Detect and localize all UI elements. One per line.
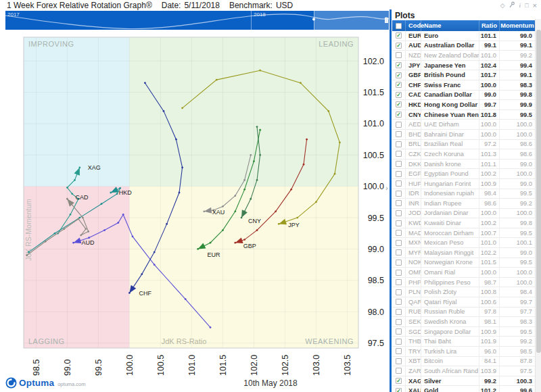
plot-row-AUD[interactable]: ✓AUDAustralian Dollar99.199.1 <box>392 41 535 51</box>
row-momentum-cell: 99.7 <box>499 297 535 307</box>
row-checkbox[interactable]: ✓ <box>396 378 402 384</box>
row-checkbox[interactable] <box>396 368 402 374</box>
diamond-icon[interactable]: ◇ <box>500 2 505 9</box>
optuma-brand-text[interactable]: Optuma <box>19 378 54 388</box>
plot-row-NOK[interactable]: NOKNorwegian Krone101.599.5 <box>392 258 535 268</box>
row-checkbox[interactable] <box>396 348 402 354</box>
header-code[interactable]: Code <box>405 20 421 31</box>
plot-row-PHP[interactable]: PHPPhilippines Peso98.7100.0 <box>392 278 535 288</box>
plot-row-HUF[interactable]: HUFHungarian Forint100.999.0 <box>392 179 535 189</box>
row-checkbox[interactable] <box>396 358 402 364</box>
plot-row-QAR[interactable]: QARQatari Riyal100.699.7 <box>392 297 535 308</box>
panel-scrollbar-thumb[interactable] <box>536 30 541 353</box>
plot-row-BRL[interactable]: BRLBrazilian Real97.298.6 <box>392 140 535 150</box>
row-checkbox[interactable] <box>396 328 402 335</box>
row-checkbox[interactable] <box>396 161 402 167</box>
row-checkbox[interactable] <box>396 131 402 137</box>
panel-divider[interactable] <box>390 9 392 392</box>
row-checkbox[interactable] <box>396 230 402 236</box>
row-checkbox[interactable] <box>396 260 402 266</box>
row-checkbox[interactable]: ✓ <box>396 92 402 98</box>
optuma-site-text[interactable]: optuma.com <box>57 381 85 387</box>
plot-row-CAD[interactable]: ✓CADCanadian Dollar99.099.8 <box>392 91 535 101</box>
header-select-all[interactable] <box>392 20 405 31</box>
plot-row-RUB[interactable]: RUBRussian Ruble97.897.7 <box>392 308 535 318</box>
plot-row-BHD[interactable]: BHDBahraini Dinar100.0100.0 <box>392 130 535 140</box>
row-checkbox[interactable] <box>396 180 402 187</box>
plot-row-XAG[interactable]: ✓XAGSilver99.2100.3 <box>392 376 535 387</box>
row-checkbox[interactable] <box>396 191 402 197</box>
row-checkbox[interactable] <box>396 52 402 58</box>
row-checkbox[interactable]: ✓ <box>396 32 402 39</box>
plot-row-AED[interactable]: AEDUAE Dirham100.0100.0 <box>392 120 535 130</box>
plot-row-OMR[interactable]: OMROmani Rial100.0100.0 <box>392 268 535 278</box>
row-checkbox[interactable]: ✓ <box>396 43 402 49</box>
row-checkbox[interactable] <box>396 279 402 285</box>
plot-row-PLN[interactable]: PLNPolish Zloty100.898.4 <box>392 287 535 297</box>
trail-dot <box>154 251 156 253</box>
plot-row-TRY[interactable]: TRYTurkish Lira96.098.5 <box>392 347 535 357</box>
plot-row-MXN[interactable]: MXNMexican Peso101.0100.1 <box>392 238 535 248</box>
header-momentum[interactable]: Momentum <box>499 20 535 31</box>
row-checkbox[interactable] <box>396 220 402 226</box>
row-checkbox[interactable] <box>396 249 402 255</box>
row-checkbox[interactable]: ✓ <box>396 82 402 88</box>
row-checkbox[interactable] <box>396 270 402 276</box>
maximize-icon[interactable]: □ <box>525 2 528 9</box>
plot-row-EUR[interactable]: ✓EUREuro101.199.0 <box>392 31 535 41</box>
timeline-selection[interactable] <box>314 11 389 30</box>
row-checkbox[interactable] <box>396 309 402 315</box>
plot-row-HKD[interactable]: ✓HKDHong Kong Dollar99.799.9 <box>392 100 535 110</box>
plot-row-XAU[interactable]: ✓XAUGold101.299.6 <box>392 386 535 392</box>
plot-row-CNY[interactable]: ✓CNYChinese Yuan Renminbi101.899.5 <box>392 110 535 120</box>
row-checkbox[interactable] <box>396 319 402 325</box>
plot-row-CZK[interactable]: CZKCzech Koruna101.398.6 <box>392 149 535 160</box>
plot-row-CHF[interactable]: ✓CHFSwiss Franc100.098.3 <box>392 80 535 91</box>
timeline-slider[interactable]: 2017 2018 <box>5 11 389 30</box>
row-checkbox[interactable] <box>396 200 402 206</box>
row-checkbox[interactable]: ✓ <box>396 72 402 78</box>
row-momentum-cell: 99.4 <box>499 61 535 70</box>
row-checkbox[interactable]: ✓ <box>396 62 402 68</box>
header-ratio[interactable]: Ratio <box>479 20 499 31</box>
plot-row-THB[interactable]: THBThai Baht101.999.2 <box>392 337 535 347</box>
timeline-handle[interactable] <box>385 18 388 23</box>
date-value[interactable]: 5/11/2018 <box>184 1 220 10</box>
benchmark-value[interactable]: USD <box>276 1 293 10</box>
row-checkbox[interactable] <box>396 171 402 177</box>
row-checkbox[interactable] <box>396 141 402 147</box>
close-icon[interactable]: × <box>533 2 537 9</box>
plot-row-GBP[interactable]: ✓GBPBritish Pound101.799.1 <box>392 70 535 80</box>
panel-scrollbar[interactable] <box>535 19 541 392</box>
plot-row-ZAR[interactable]: ZARSouth African Rand103.997.5 <box>392 366 535 376</box>
plot-row-SEK[interactable]: SEKSwedish Krona98.198.3 <box>392 317 535 327</box>
plot-row-NZD[interactable]: NZDNew Zealand Dollar101.099.2 <box>392 51 535 61</box>
row-checkbox[interactable] <box>396 210 402 216</box>
row-momentum: 99.0 <box>520 32 532 39</box>
row-checkbox[interactable]: ✓ <box>396 388 402 392</box>
plot-row-JPY[interactable]: ✓JPYJapanese Yen102.499.4 <box>392 61 535 71</box>
plot-row-JOD[interactable]: JODJordanian Dinar100.0100.0 <box>392 209 535 219</box>
plot-row-SGD[interactable]: SGDSingapore Dollar100.999.5 <box>392 327 535 337</box>
select-all-checkbox[interactable] <box>396 23 402 29</box>
info-icon[interactable]: i <box>519 2 521 9</box>
row-checkbox[interactable] <box>396 289 402 295</box>
row-ratio-cell: 101.1 <box>479 31 499 41</box>
plot-row-XBT[interactable]: XBTBitcoin84.187.8 <box>392 357 535 367</box>
row-checkbox[interactable] <box>396 122 402 128</box>
plot-row-EGP[interactable]: EGPEgyptian Pound100.2100.0 <box>392 169 535 179</box>
plot-row-MYR[interactable]: MYRMalaysian Ringgit102.299.0 <box>392 248 535 258</box>
plot-row-KWD[interactable]: KWDKuwaiti Dinar100.299.8 <box>392 218 535 228</box>
row-checkbox[interactable] <box>396 240 402 246</box>
row-checkbox[interactable] <box>396 339 402 345</box>
plot-row-DKK[interactable]: DKKDanish krone101.199.0 <box>392 160 535 170</box>
row-checkbox[interactable] <box>396 299 402 305</box>
header-name[interactable]: Name <box>421 20 479 31</box>
row-checkbox[interactable]: ✓ <box>396 112 402 118</box>
row-checkbox[interactable]: ✓ <box>396 101 402 107</box>
row-checkbox[interactable] <box>396 151 402 157</box>
plot-row-MAD[interactable]: MADMoroccan Dirham100.799.5 <box>392 228 535 239</box>
plot-row-INR[interactable]: INRIndian Rupee98.699.2 <box>392 199 535 209</box>
pin-icon[interactable] <box>509 1 515 9</box>
plot-row-IDR[interactable]: IDRIndonesian rupiah98.499.5 <box>392 189 535 199</box>
